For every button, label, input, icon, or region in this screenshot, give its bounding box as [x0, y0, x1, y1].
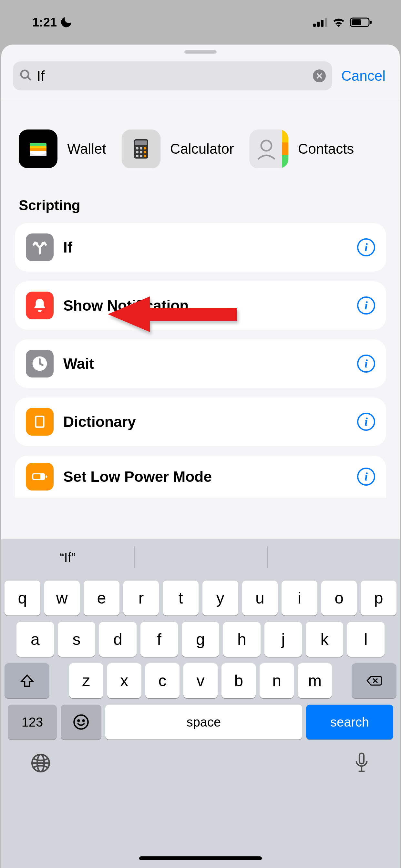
key-j[interactable]: j [265, 622, 302, 657]
sheet-grabber[interactable] [184, 51, 217, 54]
key-e[interactable]: e [84, 581, 120, 616]
app-label: Wallet [67, 141, 106, 157]
do-not-disturb-icon [60, 16, 72, 28]
action-if[interactable]: If i [15, 223, 386, 272]
svg-point-17 [136, 147, 138, 150]
app-item-wallet[interactable]: Wallet [19, 129, 106, 168]
dictation-icon[interactable] [352, 752, 371, 776]
svg-point-19 [144, 147, 146, 150]
key-d[interactable]: d [99, 622, 136, 657]
app-item-calculator[interactable]: Calculator [122, 129, 234, 168]
key-space[interactable]: space [105, 705, 302, 740]
keyboard: “If” q w e r t y u i o p a s d f g [1, 539, 400, 868]
key-i[interactable]: i [281, 581, 317, 616]
key-f[interactable]: f [141, 622, 178, 657]
key-m[interactable]: m [298, 663, 332, 698]
battery-icon [26, 463, 54, 491]
svg-point-40 [74, 715, 88, 729]
svg-rect-5 [351, 20, 361, 25]
svg-point-41 [78, 720, 79, 721]
apps-row: Wallet Calculator Contacts [1, 100, 400, 168]
cancel-button[interactable]: Cancel [341, 68, 388, 84]
key-o[interactable]: o [321, 581, 357, 616]
key-row-1: q w e r t y u i o p [4, 581, 397, 616]
key-x[interactable]: x [107, 663, 142, 698]
key-k[interactable]: k [306, 622, 343, 657]
status-time: 1:21 [32, 16, 57, 29]
svg-rect-35 [33, 474, 40, 479]
key-u[interactable]: u [242, 581, 278, 616]
key-c[interactable]: c [145, 663, 180, 698]
svg-rect-30 [282, 155, 288, 168]
key-n[interactable]: n [259, 663, 294, 698]
svg-marker-37 [108, 297, 237, 332]
key-r[interactable]: r [123, 581, 159, 616]
info-button[interactable]: i [357, 468, 375, 486]
svg-rect-16 [135, 141, 147, 145]
cellular-signal-icon [313, 18, 328, 27]
dictionary-icon [26, 408, 54, 436]
suggestion-bar: “If” [1, 539, 400, 576]
suggestion-3[interactable] [267, 539, 400, 576]
key-shift[interactable] [4, 663, 50, 698]
key-l[interactable]: l [347, 622, 384, 657]
home-indicator[interactable] [139, 857, 262, 860]
clear-search-button[interactable] [313, 69, 326, 82]
action-wait[interactable]: Wait i [15, 339, 386, 388]
actions-list: If i Show Notification i Wait i Dictiona… [1, 223, 400, 498]
action-search-sheet: Cancel Wallet Calculator Contacts Script… [1, 44, 400, 868]
globe-icon[interactable] [30, 753, 51, 775]
action-title: Dictionary [63, 413, 347, 430]
search-field[interactable] [13, 61, 332, 90]
key-y[interactable]: y [203, 581, 238, 616]
key-numbers[interactable]: 123 [8, 705, 57, 740]
action-set-low-power-mode[interactable]: Set Low Power Mode i [15, 456, 386, 498]
key-search[interactable]: search [306, 705, 393, 740]
key-v[interactable]: v [183, 663, 218, 698]
svg-rect-0 [313, 24, 316, 27]
annotation-arrow-icon [108, 295, 237, 334]
key-p[interactable]: p [361, 581, 397, 616]
key-w[interactable]: w [44, 581, 80, 616]
svg-rect-3 [325, 18, 328, 27]
suggestion-1[interactable]: “If” [1, 539, 134, 576]
svg-rect-29 [282, 143, 288, 155]
clock-icon [26, 350, 54, 377]
svg-point-25 [144, 155, 146, 157]
key-q[interactable]: q [4, 581, 40, 616]
contacts-icon [250, 129, 288, 168]
key-h[interactable]: h [223, 622, 260, 657]
svg-point-23 [136, 155, 138, 157]
key-delete[interactable] [351, 663, 397, 698]
svg-point-20 [136, 151, 138, 153]
app-label: Calculator [170, 141, 234, 157]
svg-rect-2 [321, 20, 323, 27]
key-s[interactable]: s [58, 622, 95, 657]
svg-rect-1 [317, 22, 320, 27]
key-g[interactable]: g [182, 622, 219, 657]
key-emoji[interactable] [61, 705, 101, 740]
search-input[interactable] [37, 68, 308, 84]
suggestion-2[interactable] [134, 539, 267, 576]
notification-icon [26, 291, 54, 319]
svg-point-24 [140, 155, 143, 157]
key-a[interactable]: a [17, 622, 54, 657]
info-button[interactable]: i [357, 354, 375, 373]
svg-point-7 [21, 70, 28, 78]
action-dictionary[interactable]: Dictionary i [15, 398, 386, 446]
svg-line-8 [27, 77, 31, 80]
key-b[interactable]: b [221, 663, 256, 698]
info-button[interactable]: i [357, 238, 375, 256]
svg-rect-33 [36, 417, 43, 426]
info-button[interactable]: i [357, 297, 375, 314]
section-header-scripting: Scripting [1, 168, 400, 223]
key-z[interactable]: z [69, 663, 103, 698]
key-t[interactable]: t [163, 581, 198, 616]
key-row-2: a s d f g h j k l [4, 622, 397, 657]
app-item-contacts[interactable]: Contacts [250, 129, 354, 168]
calculator-icon [122, 129, 160, 168]
info-button[interactable]: i [357, 413, 375, 431]
app-label: Contacts [298, 141, 354, 157]
key-row-4: 123 space search [4, 705, 397, 740]
search-icon [19, 69, 32, 83]
